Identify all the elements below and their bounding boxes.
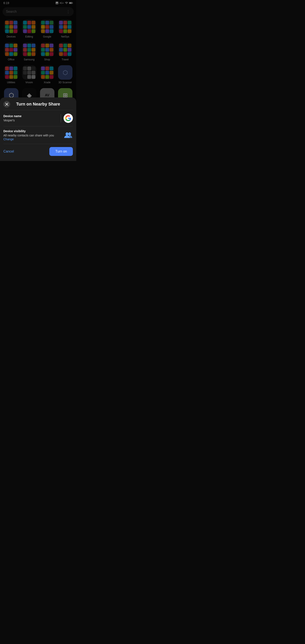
visibility-info: Device visibility All nearby contacts ca…: [4, 130, 64, 141]
visibility-label: Device visibility: [4, 130, 64, 133]
device-name-row: Device name Vesper's: [0, 110, 76, 126]
sheet-close-button[interactable]: [4, 101, 10, 108]
visibility-row: Device visibility All nearby contacts ca…: [0, 126, 76, 144]
sheet-title: Turn on Nearby Share: [16, 102, 60, 106]
people-icon: [64, 130, 73, 140]
device-name-value: Vesper's: [4, 119, 58, 122]
sheet-header: Turn on Nearby Share: [0, 98, 76, 110]
sheet-actions: Cancel Turn on: [0, 144, 76, 161]
nearby-share-sheet: Turn on Nearby Share Device name Vesper'…: [0, 98, 76, 161]
svg-point-6: [68, 132, 71, 136]
device-name-info: Device name Vesper's: [4, 114, 58, 122]
device-name-separator: [61, 114, 61, 122]
visibility-change-link[interactable]: Change: [4, 138, 64, 141]
device-name-label: Device name: [4, 114, 58, 118]
turn-on-button[interactable]: Turn on: [49, 147, 73, 156]
visibility-description: All nearby contacts can share with you: [4, 134, 64, 137]
google-icon[interactable]: [64, 114, 73, 123]
cancel-button[interactable]: Cancel: [4, 150, 14, 153]
svg-point-5: [66, 132, 68, 136]
